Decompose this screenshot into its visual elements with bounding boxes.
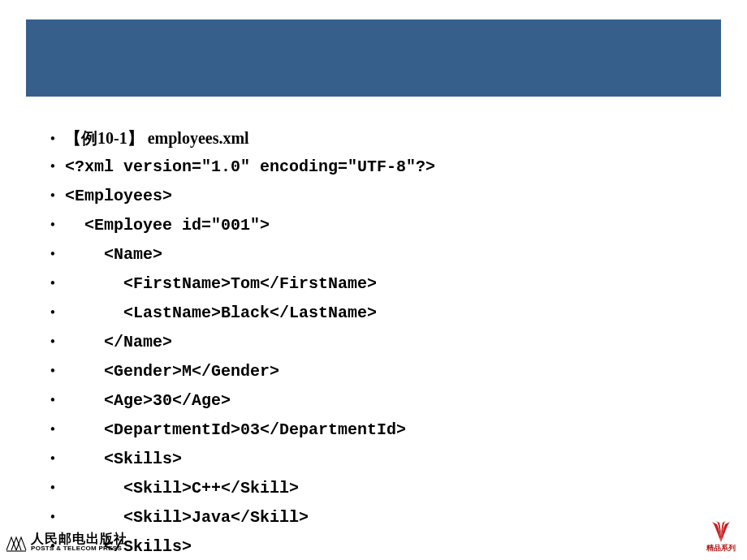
- code-row: • <DepartmentId>03</DepartmentId>: [41, 418, 715, 442]
- bullet-icon: •: [41, 243, 65, 265]
- code-row: • <Name>: [41, 243, 715, 267]
- code-text: <?xml version="1.0" encoding="UTF-8"?>: [65, 155, 715, 179]
- bullet-icon: •: [41, 390, 65, 411]
- bullet-icon: •: [41, 331, 65, 353]
- code-row: •<Employees>: [41, 184, 715, 209]
- code-row: • </Name>: [41, 330, 715, 355]
- code-row: • <Skills>: [41, 447, 715, 472]
- bullet-icon: •: [41, 419, 65, 441]
- bullet-icon: •: [41, 477, 65, 499]
- bullet-icon: •: [41, 156, 65, 178]
- code-text: <Gender>M</Gender>: [65, 360, 715, 384]
- series-label: 精品系列: [706, 543, 736, 554]
- series-icon: [707, 521, 735, 542]
- code-text: </Skills>: [65, 535, 715, 559]
- bullet-icon: •: [41, 506, 65, 528]
- bullet-icon: •: [41, 302, 65, 324]
- publisher-name-en: POSTS & TELECOM PRESS: [31, 545, 127, 552]
- code-row: • <LastName>Black</LastName>: [41, 301, 715, 325]
- code-row: • </Skills>: [41, 535, 715, 559]
- code-row: • <Skill>Java</Skill>: [41, 506, 715, 530]
- code-text: <Age>30</Age>: [65, 389, 715, 413]
- publisher-text: 人民邮电出版社 POSTS & TELECOM PRESS: [31, 532, 127, 552]
- bullet-icon: •: [41, 185, 65, 207]
- code-text: </Name>: [65, 330, 715, 355]
- title-row: • 【例10-1】 employees.xml: [41, 126, 715, 150]
- code-row: • <Age>30</Age>: [41, 389, 715, 413]
- series-logo: 精品系列: [706, 521, 736, 554]
- slide-header-bar: [26, 19, 721, 97]
- code-text: <FirstName>Tom</FirstName>: [65, 272, 715, 296]
- code-text: <Skills>: [65, 447, 715, 472]
- code-row: • <Employee id="001">: [41, 213, 715, 238]
- code-row: • <FirstName>Tom</FirstName>: [41, 272, 715, 296]
- code-text: <Employee id="001">: [65, 213, 715, 238]
- publisher-icon: [5, 531, 28, 554]
- bullet-icon: •: [41, 273, 65, 295]
- code-text: <Name>: [65, 243, 715, 267]
- bullet-icon: •: [41, 214, 65, 236]
- code-row: • <Gender>M</Gender>: [41, 360, 715, 384]
- bullet-icon: •: [41, 360, 65, 382]
- code-text: <Skill>Java</Skill>: [65, 506, 715, 530]
- publisher-logo: 人民邮电出版社 POSTS & TELECOM PRESS: [5, 531, 127, 554]
- publisher-name-cn: 人民邮电出版社: [31, 532, 127, 545]
- bullet-icon: •: [41, 128, 65, 150]
- code-text: <LastName>Black</LastName>: [65, 301, 715, 325]
- slide-content: • 【例10-1】 employees.xml •<?xml version="…: [41, 126, 715, 560]
- code-text: <Employees>: [65, 184, 715, 209]
- example-title: 【例10-1】 employees.xml: [65, 126, 249, 150]
- code-text: <Skill>C++</Skill>: [65, 476, 715, 501]
- code-row: •<?xml version="1.0" encoding="UTF-8"?>: [41, 155, 715, 179]
- bullet-icon: •: [41, 448, 65, 470]
- code-row: • <Skill>C++</Skill>: [41, 476, 715, 501]
- code-text: <DepartmentId>03</DepartmentId>: [65, 418, 715, 442]
